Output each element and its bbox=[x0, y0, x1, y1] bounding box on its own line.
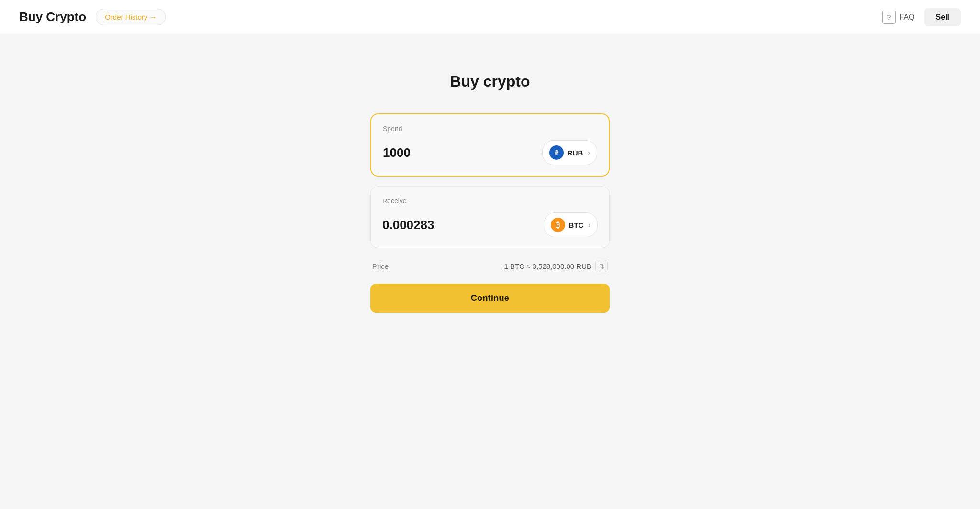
header-right: ? FAQ Sell bbox=[882, 8, 961, 26]
price-label: Price bbox=[372, 262, 389, 270]
spend-card: Spend ₽ RUB › bbox=[370, 113, 610, 177]
swap-icon[interactable]: ⇅ bbox=[595, 260, 608, 272]
rub-icon: ₽ bbox=[549, 145, 564, 160]
faq-label: FAQ bbox=[900, 13, 915, 22]
continue-button[interactable]: Continue bbox=[370, 284, 610, 313]
spend-currency-code: RUB bbox=[568, 149, 583, 157]
spend-label: Spend bbox=[383, 125, 597, 133]
price-value: 1 BTC ≈ 3,528,000.00 RUB bbox=[504, 262, 592, 270]
page-header-title: Buy Crypto bbox=[19, 10, 86, 24]
receive-currency-selector[interactable]: ₿ BTC › bbox=[544, 212, 598, 237]
spend-amount-input[interactable] bbox=[383, 145, 512, 160]
faq-icon: ? bbox=[882, 11, 896, 24]
order-history-button[interactable]: Order History → bbox=[96, 9, 166, 25]
buy-form: Spend ₽ RUB › Receive 0.000283 ₿ bbox=[370, 113, 610, 313]
spend-currency-selector[interactable]: ₽ RUB › bbox=[542, 140, 597, 165]
header: Buy Crypto Order History → ? FAQ Sell bbox=[0, 0, 980, 34]
receive-amount: 0.000283 bbox=[382, 218, 512, 232]
receive-currency-code: BTC bbox=[569, 221, 584, 229]
btc-icon: ₿ bbox=[551, 218, 565, 232]
spend-row: ₽ RUB › bbox=[383, 140, 597, 165]
sell-button[interactable]: Sell bbox=[924, 8, 961, 26]
receive-card: Receive 0.000283 ₿ BTC › bbox=[370, 186, 610, 248]
spend-chevron-icon: › bbox=[588, 149, 590, 156]
receive-row: 0.000283 ₿ BTC › bbox=[382, 212, 598, 237]
main-content: Buy crypto Spend ₽ RUB › Receive 0.00028… bbox=[0, 34, 980, 342]
faq-button[interactable]: ? FAQ bbox=[882, 11, 915, 24]
header-left: Buy Crypto Order History → bbox=[19, 9, 166, 25]
receive-chevron-icon: › bbox=[588, 221, 590, 229]
main-page-title: Buy crypto bbox=[450, 73, 530, 90]
receive-label: Receive bbox=[382, 197, 598, 205]
price-value-row: 1 BTC ≈ 3,528,000.00 RUB ⇅ bbox=[504, 260, 608, 272]
price-row: Price 1 BTC ≈ 3,528,000.00 RUB ⇅ bbox=[370, 260, 610, 272]
